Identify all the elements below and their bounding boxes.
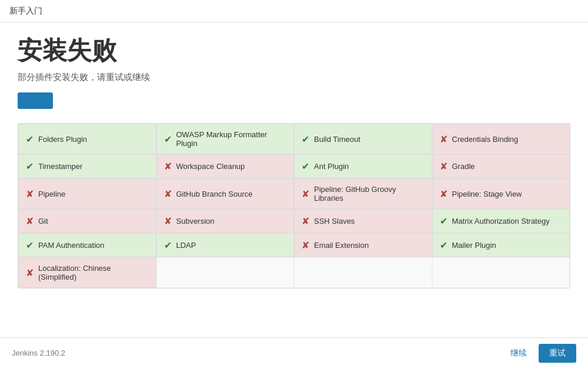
check-icon: ✔ — [26, 240, 34, 251]
footer: Jenkins 2.190.2 继续 重试 — [0, 337, 588, 368]
plugin-cell-github-branch-source: ✘GitHub Branch Source — [156, 178, 295, 209]
plugin-cell-empty — [156, 257, 295, 288]
plugin-cell-email-extension: ✘Email Extension — [294, 233, 432, 257]
plugin-cell-matrix-auth: ✔Matrix Authorization Strategy — [432, 209, 570, 233]
plugin-grid: ✔Folders Plugin✔OWASP Markup Formatter P… — [18, 123, 570, 289]
retry-button-top[interactable] — [18, 92, 53, 109]
plugin-name: Email Extension — [314, 241, 369, 250]
cross-icon: ✘ — [440, 161, 447, 172]
plugin-cell-gradle: ✘Gradle — [432, 154, 570, 178]
plugin-name: Gradle — [452, 162, 475, 171]
plugin-cell-ldap: ✔LDAP — [156, 233, 295, 257]
page-subtitle: 部分插件安装失败，请重试或继续 — [18, 72, 570, 83]
plugin-cell-empty — [294, 257, 432, 288]
nav-label: 新手入门 — [9, 6, 42, 16]
continue-button[interactable]: 继续 — [505, 344, 533, 362]
plugin-name: Build Timeout — [314, 135, 360, 144]
plugin-name: OWASP Markup Formatter Plugin — [176, 130, 287, 148]
cross-icon: ✘ — [164, 188, 172, 200]
plugin-name: GitHub Branch Source — [176, 190, 253, 198]
plugin-name: LDAP — [176, 241, 196, 250]
check-icon: ✔ — [302, 134, 309, 145]
check-icon: ✔ — [164, 134, 172, 145]
plugin-cell-pam-auth: ✔PAM Authentication — [18, 233, 156, 257]
plugin-name: Workspace Cleanup — [176, 162, 245, 171]
plugin-cell-subversion: ✘Subversion — [156, 209, 295, 233]
plugin-name: Folders Plugin — [38, 135, 87, 144]
retry-button[interactable]: 重试 — [539, 344, 576, 363]
check-icon: ✔ — [440, 240, 447, 251]
cross-icon: ✘ — [164, 216, 172, 227]
check-icon: ✔ — [302, 161, 309, 172]
plugin-cell-workspace-cleanup: ✘Workspace Cleanup — [156, 154, 295, 178]
plugin-name: Mailer Plugin — [452, 241, 496, 250]
cross-icon: ✘ — [26, 188, 34, 200]
check-icon: ✔ — [26, 161, 34, 172]
check-icon: ✔ — [440, 216, 447, 227]
plugin-name: Matrix Authorization Strategy — [452, 217, 550, 226]
plugin-cell-owasp-markup: ✔OWASP Markup Formatter Plugin — [156, 124, 295, 154]
plugin-cell-ssh-slaves: ✘SSH Slaves — [294, 209, 432, 233]
footer-actions: 继续 重试 — [505, 344, 576, 363]
plugin-name: Pipeline: Stage View — [452, 190, 522, 198]
cross-icon: ✘ — [164, 161, 172, 172]
check-icon: ✔ — [164, 240, 172, 251]
plugin-cell-pipeline-stage-view: ✘Pipeline: Stage View — [432, 178, 570, 209]
cross-icon: ✘ — [302, 216, 309, 227]
plugin-name: Pipeline — [38, 190, 65, 198]
page-title: 安装失败 — [18, 34, 570, 67]
plugin-cell-empty — [432, 257, 570, 288]
footer-version: Jenkins 2.190.2 — [12, 349, 65, 357]
cross-icon: ✘ — [440, 134, 447, 145]
plugin-name: Ant Plugin — [314, 162, 349, 171]
plugin-cell-pipeline-github-groovy: ✘Pipeline: GitHub Groovy Libraries — [294, 178, 432, 209]
plugin-cell-git: ✘Git — [18, 209, 156, 233]
plugin-cell-folders-plugin: ✔Folders Plugin — [18, 124, 156, 154]
plugin-name: Pipeline: GitHub Groovy Libraries — [314, 185, 425, 203]
plugin-cell-pipeline: ✘Pipeline — [18, 178, 156, 209]
plugin-cell-timestamper: ✔Timestamper — [18, 154, 156, 178]
cross-icon: ✘ — [302, 240, 309, 251]
plugin-name: PAM Authentication — [38, 241, 105, 250]
plugin-name: Git — [38, 217, 48, 226]
cross-icon: ✘ — [26, 216, 34, 227]
plugin-name: Credentials Binding — [452, 135, 519, 144]
plugin-name: Timestamper — [38, 162, 82, 171]
plugin-cell-localization-chinese: ✘Localization: Chinese (Simplified) — [18, 257, 156, 288]
top-nav: 新手入门 — [0, 0, 588, 22]
main-content: 安装失败 部分插件安装失败，请重试或继续 ✔Folders Plugin✔OWA… — [0, 22, 588, 337]
cross-icon: ✘ — [26, 267, 34, 279]
check-icon: ✔ — [26, 134, 34, 145]
plugin-cell-ant-plugin: ✔Ant Plugin — [294, 154, 432, 178]
plugin-cell-mailer-plugin: ✔Mailer Plugin — [432, 233, 570, 257]
plugin-cell-build-timeout: ✔Build Timeout — [294, 124, 432, 154]
plugin-name: Localization: Chinese (Simplified) — [38, 264, 149, 281]
plugin-name: Subversion — [176, 217, 215, 226]
cross-icon: ✘ — [302, 188, 309, 200]
plugin-name: SSH Slaves — [314, 217, 355, 226]
cross-icon: ✘ — [440, 188, 447, 200]
plugin-cell-credentials-binding: ✘Credentials Binding — [432, 124, 570, 154]
